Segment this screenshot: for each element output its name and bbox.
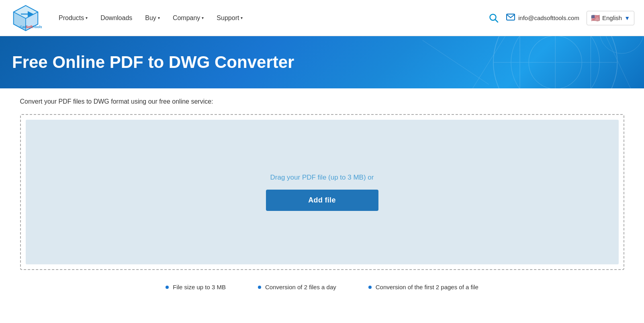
logo-icon: Cad Soft Tools — [10, 4, 42, 32]
search-icon — [489, 13, 499, 23]
logo-link[interactable]: Cad Soft Tools — [10, 4, 42, 32]
feature-label-1: File size up to 3 MB — [173, 284, 226, 290]
email-icon — [506, 14, 515, 22]
search-button[interactable] — [489, 13, 499, 23]
svg-point-11 — [493, 36, 617, 88]
email-link[interactable]: info@cadsofttools.com — [506, 14, 579, 22]
svg-line-9 — [495, 19, 498, 22]
header-right: info@cadsofttools.com 🇺🇸 English ▼ — [489, 11, 634, 25]
svg-marker-17 — [467, 36, 635, 88]
dropzone-outer[interactable]: Drag your PDF file (up to 3 MB) or Add f… — [20, 114, 624, 270]
bullet-icon-2 — [258, 286, 261, 289]
hero-title: Free Online PDF to DWG Converter — [12, 52, 294, 72]
language-selector[interactable]: 🇺🇸 English ▼ — [587, 11, 634, 25]
nav-products[interactable]: Products ▾ — [54, 11, 92, 25]
nav-support[interactable]: Support ▾ — [212, 11, 247, 25]
header: Cad Soft Tools Products ▾ Downloads Buy … — [0, 0, 644, 36]
drag-instruction-text: Drag your PDF file (up to 3 MB) or — [270, 174, 374, 182]
dropzone-inner[interactable]: Drag your PDF file (up to 3 MB) or Add f… — [26, 120, 619, 264]
feature-item-3: Conversion of the first 2 pages of a fil… — [368, 284, 478, 290]
svg-point-12 — [511, 36, 599, 88]
main-nav: Products ▾ Downloads Buy ▾ Company ▾ Sup… — [54, 11, 489, 25]
bullet-icon-1 — [166, 286, 169, 289]
feature-item-1: File size up to 3 MB — [166, 284, 226, 290]
svg-rect-16 — [520, 36, 591, 88]
flag-icon: 🇺🇸 — [591, 14, 600, 22]
language-label: English — [602, 14, 622, 21]
feature-label-3: Conversion of the first 2 pages of a fil… — [376, 284, 478, 290]
products-chevron-icon: ▾ — [86, 16, 88, 20]
svg-point-19 — [600, 36, 644, 53]
svg-text:Tools: Tools — [33, 25, 42, 29]
company-chevron-icon: ▾ — [202, 16, 204, 20]
subtitle-text: Convert your PDF files to DWG format usi… — [20, 98, 624, 105]
language-chevron-icon: ▼ — [624, 15, 630, 21]
buy-chevron-icon: ▾ — [158, 16, 160, 20]
add-file-button[interactable]: Add file — [266, 190, 378, 211]
nav-downloads[interactable]: Downloads — [96, 11, 137, 25]
nav-company[interactable]: Company ▾ — [168, 11, 209, 25]
support-chevron-icon: ▾ — [241, 16, 243, 20]
hero-banner: Free Online PDF to DWG Converter — [0, 36, 644, 88]
nav-buy[interactable]: Buy ▾ — [140, 11, 165, 25]
bullet-icon-3 — [368, 286, 372, 289]
features-list: File size up to 3 MB Conversion of 2 fil… — [20, 280, 624, 290]
svg-point-13 — [529, 36, 582, 88]
feature-item-2: Conversion of 2 files a day — [258, 284, 336, 290]
svg-text:Soft: Soft — [26, 25, 33, 29]
feature-label-2: Conversion of 2 files a day — [265, 284, 336, 290]
hero-background-pattern — [290, 36, 644, 88]
main-content: Convert your PDF files to DWG format usi… — [9, 88, 636, 298]
svg-line-18 — [423, 40, 489, 84]
